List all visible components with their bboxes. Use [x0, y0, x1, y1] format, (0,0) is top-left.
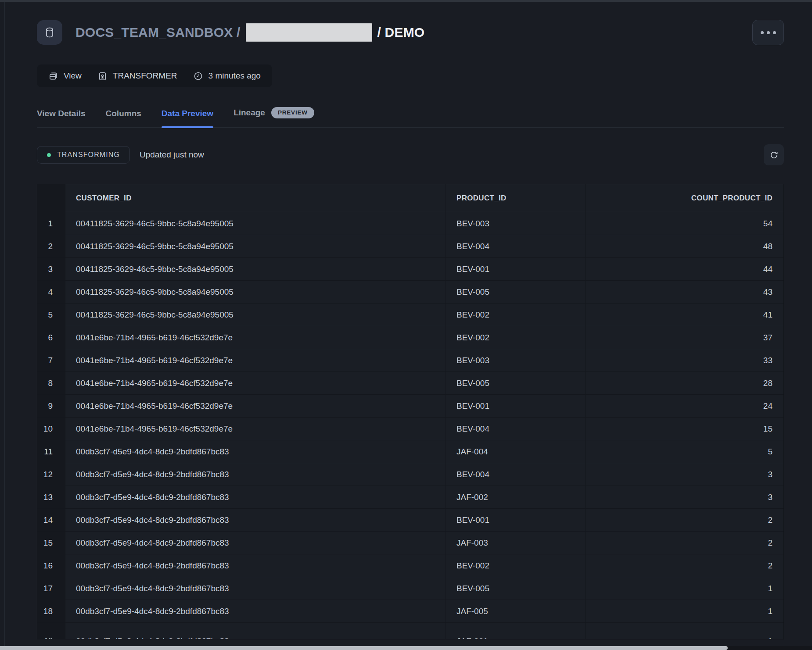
table-row[interactable]: 1300db3cf7-d5e9-4dc4-8dc9-2bdfd867bc83JA…: [37, 486, 783, 509]
cell-product-id: BEV-001: [446, 395, 586, 417]
cell-product-id: BEV-002: [446, 304, 586, 326]
table-row[interactable]: 1800db3cf7-d5e9-4dc4-8dc9-2bdfd867bc83JA…: [37, 600, 783, 623]
cell-count-product-id: 1: [586, 600, 784, 622]
refresh-status-row: TRANSFORMING Updated just now: [37, 144, 784, 165]
table-header-row: CUSTOMER_ID PRODUCT_ID COUNT_PRODUCT_ID: [37, 184, 783, 212]
table-row[interactable]: 100411825-3629-46c5-9bbc-5c8a94e95005BEV…: [37, 212, 783, 235]
object-role-label: TRANSFORMER: [113, 71, 177, 81]
cell-customer-id: 00db3cf7-d5e9-4dc4-8dc9-2bdfd867bc83: [65, 463, 446, 486]
preview-feature-badge: PREVIEW: [271, 107, 314, 118]
row-number: 1: [37, 212, 65, 235]
cell-count-product-id: 3: [586, 486, 784, 508]
row-number: 8: [37, 372, 65, 394]
row-number: 4: [37, 281, 65, 303]
table-body: 100411825-3629-46c5-9bbc-5c8a94e95005BEV…: [37, 212, 783, 623]
cell-customer-id: 00db3cf7-d5e9-4dc4-8dc9-2bdfd867bc83: [65, 600, 446, 622]
last-updated-text: Updated just now: [140, 150, 204, 160]
panel-left-edge: [4, 2, 5, 650]
cell-product-id: BEV-001: [446, 509, 586, 531]
object-age-badge: 3 minutes ago: [193, 71, 261, 81]
table-row[interactable]: 1500db3cf7-d5e9-4dc4-8dc9-2bdfd867bc83JA…: [37, 532, 783, 554]
cell-customer-id: 00411825-3629-46c5-9bbc-5c8a94e95005: [65, 304, 446, 326]
table-row[interactable]: 1100db3cf7-d5e9-4dc4-8dc9-2bdfd867bc83JA…: [37, 440, 783, 463]
tab-data-preview[interactable]: Data Preview: [162, 109, 213, 127]
cell-count-product-id: 37: [586, 326, 784, 349]
table-row[interactable]: 1400db3cf7-d5e9-4dc4-8dc9-2bdfd867bc83BE…: [37, 509, 783, 532]
row-number: 18: [37, 600, 65, 622]
column-header-product-id: PRODUCT_ID: [446, 184, 586, 212]
status-dot-icon: [47, 153, 51, 157]
row-number: 5: [37, 304, 65, 326]
horizontal-scrollbar-thumb[interactable]: [0, 646, 728, 650]
cell-customer-id: 00db3cf7-d5e9-4dc4-8dc9-2bdfd867bc83: [65, 509, 446, 531]
ellipsis-icon: [761, 31, 764, 34]
row-number: 12: [37, 463, 65, 486]
status-badge: TRANSFORMING: [37, 146, 130, 164]
row-number: 17: [37, 577, 65, 600]
clock-icon: [193, 71, 203, 81]
cell-count-product-id: 1: [586, 577, 784, 600]
table-row[interactable]: 90041e6be-71b4-4965-b619-46cf532d9e7eBEV…: [37, 395, 783, 418]
horizontal-scrollbar-track[interactable]: [0, 646, 812, 650]
cell-product-id: JAF-005: [446, 600, 586, 622]
more-actions-button[interactable]: [752, 20, 784, 45]
row-number: 11: [37, 440, 65, 463]
breadcrumb-database: DOCS_TEAM_SANDBOX /: [75, 25, 241, 40]
cell-customer-id: 0041e6be-71b4-4965-b619-46cf532d9e7e: [65, 326, 446, 349]
table-row-partial[interactable]: 19 00db3cf7-d5e9-4dc4-8dc9-2bdfd867bc83 …: [37, 623, 783, 639]
cell-count-product-id: 43: [586, 281, 784, 303]
row-number: 3: [37, 258, 65, 280]
cell-product-id: BEV-002: [446, 326, 586, 349]
object-header: DOCS_TEAM_SANDBOX / / DEMO: [37, 19, 784, 46]
cell-count-product-id: 54: [586, 212, 784, 235]
data-preview-table: CUSTOMER_ID PRODUCT_ID COUNT_PRODUCT_ID …: [37, 184, 784, 639]
cell-count-product-id: 5: [586, 440, 784, 463]
row-number: 14: [37, 509, 65, 531]
object-meta-badges: View TRANSFORMER 3 minutes ago: [37, 64, 272, 87]
row-number: 10: [37, 418, 65, 440]
table-row[interactable]: 400411825-3629-46c5-9bbc-5c8a94e95005BEV…: [37, 281, 783, 304]
row-number: 16: [37, 554, 65, 577]
table-row[interactable]: 200411825-3629-46c5-9bbc-5c8a94e95005BEV…: [37, 235, 783, 258]
page-title: DOCS_TEAM_SANDBOX / / DEMO: [75, 23, 424, 42]
cell-count-product-id: 2: [586, 532, 784, 554]
table-row[interactable]: 100041e6be-71b4-4965-b619-46cf532d9e7eBE…: [37, 418, 783, 440]
cell-count-product-id: 2: [586, 509, 784, 531]
tab-columns[interactable]: Columns: [106, 109, 141, 127]
badge-icon: [97, 71, 108, 81]
table-row[interactable]: 80041e6be-71b4-4965-b619-46cf532d9e7eBEV…: [37, 372, 783, 395]
table-row[interactable]: 60041e6be-71b4-4965-b619-46cf532d9e7eBEV…: [37, 326, 783, 349]
cell-product-id: BEV-005: [446, 577, 586, 600]
row-number: 6: [37, 326, 65, 349]
table-row[interactable]: 1200db3cf7-d5e9-4dc4-8dc9-2bdfd867bc83BE…: [37, 463, 783, 486]
tab-lineage[interactable]: Lineage PREVIEW: [234, 107, 314, 127]
table-row[interactable]: 1700db3cf7-d5e9-4dc4-8dc9-2bdfd867bc83BE…: [37, 577, 783, 600]
table-row[interactable]: 300411825-3629-46c5-9bbc-5c8a94e95005BEV…: [37, 258, 783, 281]
tab-view-details[interactable]: View Details: [37, 109, 86, 127]
table-row[interactable]: 70041e6be-71b4-4965-b619-46cf532d9e7eBEV…: [37, 349, 783, 372]
refresh-icon: [769, 150, 779, 160]
cell-count-product-id: 33: [586, 349, 784, 371]
row-number-header: [37, 184, 65, 212]
object-type-badge: View: [48, 71, 82, 81]
layers-icon: [48, 71, 58, 81]
refresh-button[interactable]: [764, 144, 784, 165]
cell-count-product-id: 48: [586, 235, 784, 257]
object-role-badge: TRANSFORMER: [97, 71, 177, 81]
row-number: 7: [37, 349, 65, 371]
cell-product-id: BEV-003: [446, 349, 586, 371]
column-header-customer-id: CUSTOMER_ID: [65, 184, 446, 212]
redacted-overlay: [246, 23, 372, 42]
cell-customer-id: 00db3cf7-d5e9-4dc4-8dc9-2bdfd867bc83: [65, 440, 446, 463]
row-number: 2: [37, 235, 65, 257]
cell-count-product-id: 2: [586, 554, 784, 577]
object-type-label: View: [64, 71, 82, 81]
table-row[interactable]: 500411825-3629-46c5-9bbc-5c8a94e95005BEV…: [37, 304, 783, 326]
cell-count-product-id: 3: [586, 463, 784, 486]
cell-customer-id: 00411825-3629-46c5-9bbc-5c8a94e95005: [65, 258, 446, 280]
table-row[interactable]: 1600db3cf7-d5e9-4dc4-8dc9-2bdfd867bc83BE…: [37, 554, 783, 577]
cell-product-id: BEV-001: [446, 258, 586, 280]
breadcrumb-object: / DEMO: [377, 25, 425, 40]
cell-customer-id: 0041e6be-71b4-4965-b619-46cf532d9e7e: [65, 349, 446, 371]
cell-customer-id: 00db3cf7-d5e9-4dc4-8dc9-2bdfd867bc83: [65, 554, 446, 577]
